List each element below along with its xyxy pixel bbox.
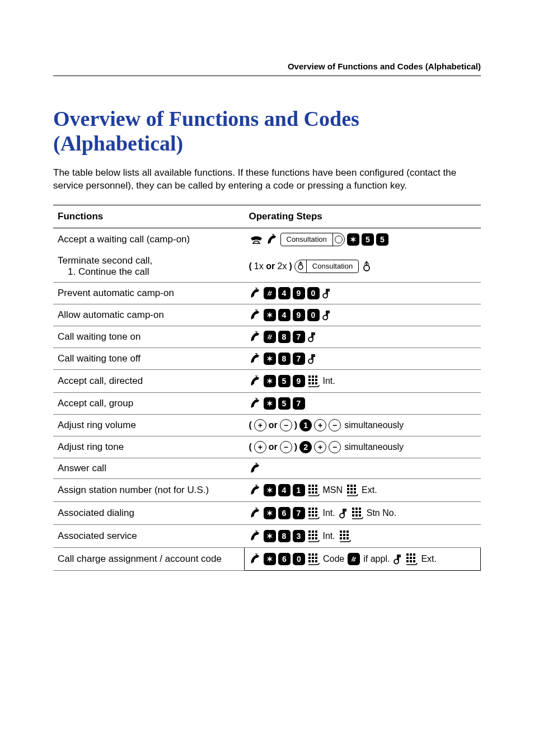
digit-key-icon: 8 [278,530,291,542]
function-line2: 1. Continue the call [58,266,240,278]
keypad-icon [351,506,363,520]
keypad-icon [307,483,320,497]
function-name: Adjust ring tone [53,436,245,458]
digit-key-icon: 6 [278,553,291,565]
keypad-icon [346,483,358,497]
star-key-icon [264,375,276,387]
handset-up-icon [249,530,261,542]
hash-key-icon [348,553,360,565]
table-row: Adjust ring volume ( or ) 1 simultaneous… [53,414,481,436]
table-row: Associated service 8 3 Int. [53,524,481,547]
simultaneously-label: simultaneously [344,442,404,452]
digit-key-icon: 4 [278,287,291,299]
repeat-text: 1x or 2x [254,261,287,271]
digit-key-icon: 9 [293,287,305,299]
hash-key-icon [264,287,276,299]
tone-icon [322,288,332,299]
function-name: Call charge assignment / account code [53,547,245,570]
star-key-icon [264,353,276,365]
digit-key-icon: 3 [293,530,305,542]
table-row: Assign station number (not for U.S.) 4 1… [53,478,481,501]
simultaneously-label: simultaneously [344,420,404,430]
function-name: Assign station number (not for U.S.) [53,478,245,501]
star-key-icon [264,484,276,496]
page-title: Overview of Functions and Codes (Alphabe… [53,106,481,156]
or-label: or [269,420,278,430]
minus-key-icon [329,441,341,453]
paren-close: ) [294,420,297,430]
ext-label: Ext. [362,485,377,495]
digit-key-icon: 7 [293,397,305,410]
consultation-button: Consultation [294,260,359,273]
operating-steps: 5 7 [245,392,481,414]
digit-key-icon: 5 [278,375,291,387]
code-label: Code [323,554,344,564]
tone-icon [393,553,403,565]
handset-up-icon [249,353,261,364]
table-row: Associated dialing 6 7 Int. Stn No. [53,501,481,524]
handset-up-icon [249,398,261,409]
intro-paragraph: The table below lists all available func… [53,167,481,192]
digit-key-icon: 5 [376,233,388,246]
table-row: Terminate second call, 1. Continue the c… [53,251,481,283]
keypad-icon [307,374,320,388]
tone-icon [339,508,349,519]
repeat-label: ( [249,261,252,271]
star-key-icon [264,397,276,410]
int-label: Int. [323,376,335,386]
handset-up-icon [249,309,261,321]
digit-key-icon: 7 [293,331,305,343]
operating-steps: 6 0 Code if appl. Ext. [245,547,481,570]
plus-key-icon [314,441,326,453]
running-header: Overview of Functions and Codes (Alphabe… [288,62,481,71]
operating-steps: ( or ) 2 simultaneously [245,436,481,458]
function-name: Allow automatic camp-on [53,304,245,326]
minus-key-icon [329,419,341,431]
plus-key-icon [314,419,326,431]
function-name: Answer call [53,458,245,478]
digit-key-icon: 9 [293,309,305,321]
function-name: Accept call, group [53,392,245,414]
function-line1: Terminate second call, [58,255,240,266]
col-steps: Operating Steps [245,205,481,228]
star-key-icon [347,233,359,246]
operating-steps [245,458,481,478]
handset-up-icon [266,234,278,245]
button-lamp-icon [333,233,344,246]
header-rule [53,76,481,76]
keypad-icon [307,506,320,520]
digit-key-icon: 1 [299,419,312,431]
operating-steps: 8 7 [245,348,481,369]
digit-key-icon: 4 [278,484,291,496]
function-name: Terminate second call, 1. Continue the c… [53,251,245,283]
handset-up-icon [249,485,261,496]
button-label: Consultation [306,260,358,273]
plus-key-icon [254,441,266,453]
handset-up-icon [249,288,261,299]
keypad-icon [307,529,320,543]
lamp-icon [361,260,372,273]
if-appl-label: if appl. [363,554,390,564]
paren-open: ( [249,420,252,430]
paren-open: ( [249,442,252,452]
tone-icon [307,331,317,342]
digit-key-icon: 5 [362,233,374,246]
function-name: Accept call, directed [53,369,245,392]
function-name: Prevent automatic camp-on [53,282,245,304]
table-row: Accept call, directed 5 9 Int. [53,369,481,392]
digit-key-icon: 9 [293,375,305,387]
digit-key-icon: 0 [293,553,305,565]
table-row: Prevent automatic camp-on 4 9 0 [53,282,481,304]
digit-key-icon: 7 [293,353,305,365]
star-key-icon [264,530,276,542]
paren-close: ) [294,442,297,452]
function-name: Call waiting tone off [53,348,245,369]
digit-key-icon: 8 [278,353,291,365]
operating-steps: 5 9 Int. [245,369,481,392]
keypad-icon [405,552,418,566]
operating-steps: ( or ) 1 simultaneously [245,414,481,436]
digit-key-icon: 6 [278,507,291,519]
operating-steps: 4 9 0 [245,282,481,304]
col-functions: Functions [53,205,245,228]
page: Overview of Functions and Codes (Alphabe… [0,0,534,756]
